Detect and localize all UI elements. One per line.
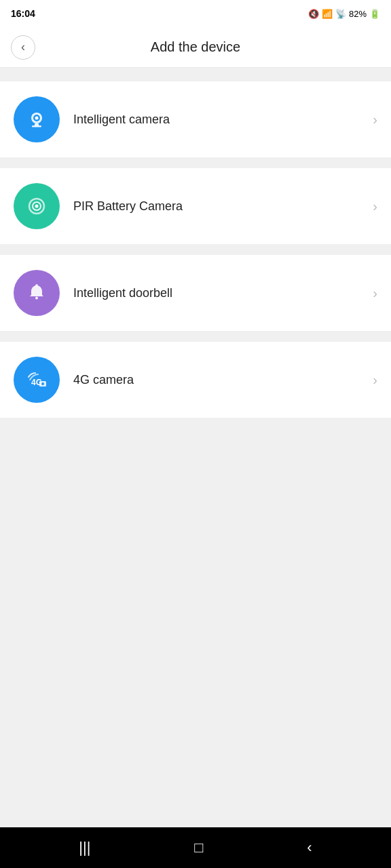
battery-icon: 🔋: [369, 9, 380, 19]
intelligent-camera-icon: [24, 107, 49, 132]
intelligent-camera-icon-wrapper: [14, 96, 60, 142]
back-nav-button[interactable]: ‹: [301, 833, 317, 862]
status-bar: 16:04 🔇 📶 📡 82% 🔋: [0, 0, 391, 27]
4g-camera-icon-wrapper: 4G: [14, 357, 60, 403]
mute-icon: 🔇: [308, 9, 319, 19]
pir-camera-icon-wrapper: [14, 183, 60, 229]
intelligent-camera-chevron: ›: [373, 112, 377, 127]
device-item-intelligent-camera[interactable]: Intelligent camera ›: [0, 81, 391, 157]
4g-camera-chevron: ›: [373, 372, 377, 388]
device-item-4g-camera[interactable]: 4G 4G camera ›: [0, 342, 391, 418]
menu-button[interactable]: |||: [73, 833, 96, 862]
device-item-intelligent-doorbell[interactable]: Intelligent doorbell ›: [0, 255, 391, 331]
device-list: Intelligent camera › PIR Battery Camera …: [0, 68, 391, 827]
intelligent-camera-label: Intelligent camera: [73, 113, 367, 127]
wifi-icon: 📶: [322, 9, 333, 19]
doorbell-chevron: ›: [373, 285, 377, 301]
pir-camera-icon: [24, 194, 49, 218]
svg-point-8: [35, 297, 38, 300]
home-button[interactable]: □: [189, 833, 208, 862]
pir-camera-label: PIR Battery Camera: [73, 199, 367, 214]
pir-camera-chevron: ›: [373, 199, 377, 214]
svg-point-7: [35, 205, 39, 208]
svg-point-2: [35, 117, 39, 120]
4g-camera-icon: 4G: [24, 368, 49, 392]
back-button[interactable]: ‹: [11, 35, 35, 60]
doorbell-icon-wrapper: [14, 270, 60, 316]
signal-icon: 📡: [335, 9, 346, 19]
svg-point-9: [35, 284, 38, 287]
status-time: 16:04: [11, 8, 35, 19]
status-icons: 🔇 📶 📡 82% 🔋: [308, 9, 380, 19]
bottom-nav: ||| □ ‹: [0, 827, 391, 868]
4g-camera-label: 4G camera: [73, 373, 367, 387]
doorbell-icon: [24, 281, 49, 305]
device-item-pir-battery-camera[interactable]: PIR Battery Camera ›: [0, 168, 391, 244]
svg-point-12: [41, 382, 44, 385]
top-nav: ‹ Add the device: [0, 27, 391, 68]
doorbell-label: Intelligent doorbell: [73, 286, 367, 300]
svg-rect-4: [32, 125, 41, 127]
page-title: Add the device: [151, 39, 240, 55]
back-icon: ‹: [21, 40, 25, 54]
battery-text: 82%: [349, 9, 367, 19]
